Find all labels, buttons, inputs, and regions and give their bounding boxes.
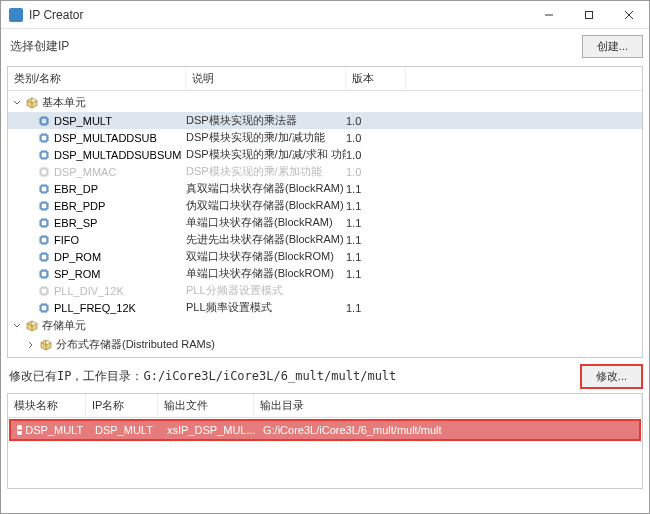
tree-row[interactable]: EBR_DP 真双端口块状存储器(BlockRAM) 1.1 bbox=[8, 180, 642, 197]
create-row: 选择创建IP 创建... bbox=[1, 29, 649, 66]
chip-icon bbox=[38, 268, 50, 280]
cube-icon bbox=[26, 320, 38, 332]
svg-rect-9 bbox=[41, 203, 47, 209]
chip-icon bbox=[38, 149, 50, 161]
col-name[interactable]: 类别/名称 bbox=[8, 67, 186, 90]
col-output[interactable]: 输出文件 bbox=[158, 394, 254, 417]
col-module[interactable]: 模块名称 bbox=[8, 394, 86, 417]
tree-row[interactable]: EBR_PDP 伪双端口块状存储器(BlockRAM) 1.1 bbox=[8, 197, 642, 214]
chip-icon bbox=[38, 166, 50, 178]
app-icon bbox=[9, 8, 23, 22]
chip-icon bbox=[38, 234, 50, 246]
modify-button[interactable]: 修改... bbox=[580, 364, 643, 389]
chip-icon bbox=[38, 183, 50, 195]
svg-rect-6 bbox=[41, 152, 47, 158]
tree-row[interactable]: SP_ROM 单端口块状存储器(BlockROM) 1.1 bbox=[8, 265, 642, 282]
tree-row[interactable]: DP_ROM 双端口块状存储器(BlockROM) 1.1 bbox=[8, 248, 642, 265]
svg-rect-10 bbox=[41, 220, 47, 226]
tree-header: 类别/名称 说明 版本 bbox=[8, 67, 642, 91]
create-label: 选择创建IP bbox=[7, 33, 576, 60]
tree-subgroup[interactable]: 块状存储器(Block RAMs) bbox=[8, 354, 642, 358]
svg-rect-7 bbox=[41, 169, 47, 175]
svg-rect-1 bbox=[586, 11, 593, 18]
chip-icon bbox=[38, 200, 50, 212]
svg-rect-11 bbox=[41, 237, 47, 243]
tree-row[interactable]: DSP_MULTADDSUBSUM DSP模块实现的乘/加/减/求和 功能 1.… bbox=[8, 146, 642, 163]
chip-icon bbox=[38, 302, 50, 314]
close-button[interactable] bbox=[609, 1, 649, 29]
row-module: DSP_MULT bbox=[25, 424, 83, 436]
chip-icon bbox=[38, 132, 50, 144]
cube-icon bbox=[26, 97, 38, 109]
chip-icon bbox=[38, 251, 50, 263]
col-ipname[interactable]: IP名称 bbox=[86, 394, 158, 417]
chip-icon bbox=[38, 285, 50, 297]
svg-rect-8 bbox=[41, 186, 47, 192]
svg-rect-13 bbox=[41, 271, 47, 277]
ip-tree-panel: 类别/名称 说明 版本 基本单元 DSP_MULT DSP模块实现的乘法器 1.… bbox=[7, 66, 643, 358]
svg-rect-12 bbox=[41, 254, 47, 260]
existing-ip-row[interactable]: − DSP_MULT DSP_MULT xsIP_DSP_MUL... G:/i… bbox=[9, 419, 641, 441]
create-button[interactable]: 创建... bbox=[582, 35, 643, 58]
svg-rect-15 bbox=[41, 305, 47, 311]
ip-tree[interactable]: 基本单元 DSP_MULT DSP模块实现的乘法器 1.0 DSP_MULTAD… bbox=[8, 91, 642, 358]
existing-ip-panel: 模块名称 IP名称 输出文件 输出目录 − DSP_MULT DSP_MULT … bbox=[7, 393, 643, 489]
col-outdir[interactable]: 输出目录 bbox=[254, 394, 642, 417]
row-output: xsIP_DSP_MUL... bbox=[161, 421, 257, 439]
row-ip: DSP_MULT bbox=[89, 421, 161, 439]
svg-rect-5 bbox=[41, 135, 47, 141]
tree-row[interactable]: FIFO 先进先出块状存储器(BlockRAM) 1.1 bbox=[8, 231, 642, 248]
titlebar: IP Creator bbox=[1, 1, 649, 29]
svg-rect-14 bbox=[41, 288, 47, 294]
cube-icon bbox=[40, 339, 52, 351]
tree-row[interactable]: DSP_MULTADDSUB DSP模块实现的乘/加/减功能 1.0 bbox=[8, 129, 642, 146]
status-text: 修改已有IP，工作目录：G:/iCore3L/iCore3L/6_mult/mu… bbox=[7, 365, 574, 388]
maximize-button[interactable] bbox=[569, 1, 609, 29]
col-desc[interactable]: 说明 bbox=[186, 67, 346, 90]
remove-icon: − bbox=[17, 425, 22, 435]
minimize-button[interactable] bbox=[529, 1, 569, 29]
group-storage[interactable]: 存储单元 bbox=[8, 316, 642, 335]
tree-row[interactable]: DSP_MULT DSP模块实现的乘法器 1.0 bbox=[8, 112, 642, 129]
chip-icon bbox=[38, 217, 50, 229]
chip-icon bbox=[38, 115, 50, 127]
tree-subgroup[interactable]: 分布式存储器(Distributed RAMs) bbox=[8, 335, 642, 354]
modify-row: 修改已有IP，工作目录：G:/iCore3L/iCore3L/6_mult/mu… bbox=[7, 364, 643, 389]
row-dir: G:/iCore3L/iCore3L/6_mult/mult/mult bbox=[257, 421, 639, 439]
tree-row[interactable]: PLL_DIV_12K PLL分频器设置模式 bbox=[8, 282, 642, 299]
tree-row[interactable]: EBR_SP 单端口块状存储器(BlockRAM) 1.1 bbox=[8, 214, 642, 231]
col-ver[interactable]: 版本 bbox=[346, 67, 406, 90]
existing-header: 模块名称 IP名称 输出文件 输出目录 bbox=[8, 394, 642, 418]
cube-icon bbox=[40, 358, 52, 359]
tree-row[interactable]: DSP_MMAC DSP模块实现的乘/累加功能 1.0 bbox=[8, 163, 642, 180]
svg-rect-4 bbox=[41, 118, 47, 124]
window-title: IP Creator bbox=[29, 8, 529, 22]
group-basic[interactable]: 基本单元 bbox=[8, 93, 642, 112]
tree-row[interactable]: PLL_FREQ_12K PLL频率设置模式 1.1 bbox=[8, 299, 642, 316]
